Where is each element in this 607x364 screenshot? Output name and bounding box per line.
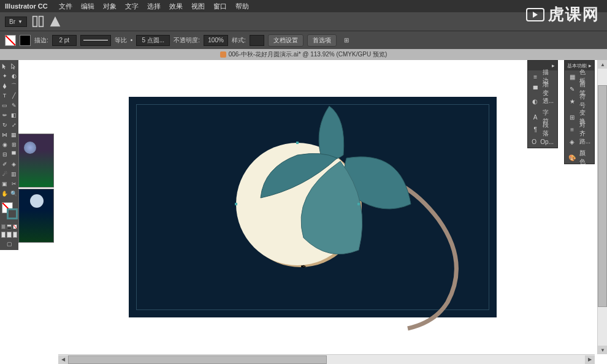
blend-tool[interactable]: ◈ — [9, 159, 18, 169]
menu-select[interactable]: 选择 — [147, 2, 161, 11]
stroke-label: 描边: — [34, 36, 48, 45]
app-bar: Br▼ — [0, 12, 607, 31]
menu-view[interactable]: 视图 — [191, 2, 205, 11]
opacity-input[interactable]: 100% — [204, 35, 228, 46]
rotate-tool[interactable]: ↻ — [0, 120, 9, 130]
scroll-right-button[interactable]: ▶ — [585, 355, 595, 364]
menu-edit[interactable]: 编辑 — [81, 2, 94, 11]
color-mode-solid[interactable] — [1, 224, 6, 229]
stroke-profile-dropdown[interactable] — [80, 35, 111, 46]
work-area: ✦◐ ⌒ T╱ ▭✎ ✏◧ ↻⤢ ⋈▦ ◉⊞ ⊟▀ ✐◈ ☄▥ ▣✂ ✋🔍 ▢ — [0, 60, 607, 364]
lasso-tool[interactable]: ◐ — [9, 71, 18, 81]
align-icon[interactable]: ⊞ — [340, 34, 353, 47]
fill-stroke-control[interactable] — [0, 201, 18, 223]
draw-inside[interactable] — [13, 232, 17, 238]
stroke-swatch[interactable] — [20, 35, 31, 46]
perspective-tool[interactable]: ⊞ — [9, 140, 18, 150]
character-panel-icon: A — [532, 113, 539, 121]
stroke-color-icon[interactable] — [7, 208, 18, 219]
bridge-dropdown[interactable]: Br▼ — [5, 17, 27, 27]
panel-align[interactable]: ≡对齐 — [565, 123, 594, 135]
document-tab[interactable]: 006-中秋-花好月圆演示.ai* @ 113.92% (CMYK/GPU 预览… — [220, 50, 387, 59]
scroll-down-button[interactable]: ▼ — [598, 346, 607, 354]
options-bar: 描边: 2 pt 等比 • 5 点圆... 不透明度: 100% 样式: 文档设… — [0, 31, 607, 49]
scroll-up-button[interactable]: ▲ — [598, 60, 607, 69]
color-panel-icon: ▦ — [568, 72, 576, 81]
style-dropdown[interactable] — [250, 35, 264, 46]
artwork — [58, 60, 592, 352]
rectangle-tool[interactable]: ▭ — [0, 100, 9, 110]
watermark: 虎课网 — [526, 4, 600, 25]
paintbrush-tool[interactable]: ✎ — [9, 100, 18, 110]
eraser-tool[interactable]: ◧ — [9, 110, 18, 120]
arrange-docs-icon[interactable] — [32, 15, 44, 28]
panel-swatches[interactable]: 🎨颜色 — [565, 151, 594, 164]
pen-cursor-icon: ✒ — [300, 262, 307, 271]
type-tool[interactable]: T — [0, 91, 9, 100]
opacity-label: 不透明度: — [174, 36, 200, 45]
fill-swatch[interactable] — [5, 35, 16, 46]
draw-behind[interactable] — [7, 232, 11, 238]
draw-mode-buttons — [0, 230, 18, 239]
document-title: 006-中秋-花好月圆演示.ai* @ 113.92% (CMYK/GPU 预览… — [229, 50, 387, 59]
watermark-text: 虎课网 — [548, 4, 600, 25]
magic-wand-tool[interactable]: ✦ — [0, 71, 9, 81]
thumbnail-2[interactable] — [18, 189, 54, 243]
pen-tool[interactable] — [0, 81, 9, 91]
document-setup-button[interactable]: 文档设置 — [268, 34, 304, 47]
stroke-weight-input[interactable]: 2 pt — [52, 35, 77, 46]
width-tool[interactable]: ⋈ — [0, 130, 9, 140]
line-tool[interactable]: ╱ — [9, 91, 18, 100]
color-mode-gradient[interactable] — [7, 224, 11, 229]
symbol-sprayer-tool[interactable]: ☄ — [0, 169, 9, 179]
preferences-button[interactable]: 首选项 — [307, 34, 337, 47]
shape-builder-tool[interactable]: ◉ — [0, 140, 9, 150]
panel-paragraph[interactable]: ¶段落 — [528, 123, 557, 135]
anchor-point — [235, 203, 237, 205]
panel-gradient[interactable]: ▀渐变 — [528, 83, 557, 95]
brush-dropdown[interactable]: 5 点圆... — [136, 35, 170, 46]
panel-symbols[interactable]: ★符号 — [565, 95, 594, 107]
menu-type[interactable]: 文字 — [125, 2, 139, 11]
menu-window[interactable]: 窗口 — [213, 2, 227, 11]
thumbnail-1[interactable] — [18, 134, 54, 188]
panel-transparency[interactable]: ◐透... — [528, 95, 557, 107]
scroll-thumb-h[interactable] — [68, 355, 327, 364]
color-mode-buttons — [0, 223, 18, 230]
svg-rect-0 — [33, 17, 37, 27]
menu-help[interactable]: 帮助 — [235, 2, 249, 11]
panel-pathfinder[interactable]: ◈路... — [565, 135, 594, 148]
screen-mode-button[interactable]: ▢ — [0, 239, 18, 249]
eyedropper-tool[interactable]: ✐ — [0, 159, 9, 169]
leaf-top — [319, 106, 344, 160]
selection-tool[interactable] — [0, 61, 9, 71]
zoom-tool[interactable]: 🔍 — [9, 189, 18, 199]
graph-tool[interactable]: ▥ — [9, 169, 18, 179]
direct-selection-tool[interactable] — [9, 61, 18, 71]
color-mode-none[interactable] — [13, 224, 17, 229]
gradient-tool[interactable]: ▀ — [9, 150, 18, 159]
horizontal-scrollbar[interactable]: ◀ ▶ — [58, 354, 595, 364]
menu-file[interactable]: 文件 — [59, 2, 72, 11]
menu-effect[interactable]: 效果 — [169, 2, 183, 11]
scroll-thumb-v[interactable] — [598, 85, 607, 307]
panel-group-right: 基本功能▸ ▦色板 ✎画笔 ★符号 ⊞变换 ≡对齐 ◈路... 🎨颜色 — [564, 60, 595, 164]
artboard-tool[interactable]: ▣ — [0, 179, 9, 189]
menu-object[interactable]: 对象 — [103, 2, 116, 11]
scale-tool[interactable]: ⤢ — [9, 120, 18, 130]
canvas-viewport[interactable]: ✒ — [58, 60, 595, 352]
mesh-tool[interactable]: ⊟ — [0, 150, 9, 159]
shaper-tool[interactable]: ✏ — [0, 110, 9, 120]
slice-tool[interactable]: ✂ — [9, 179, 18, 189]
swatches-panel-icon: 🎨 — [568, 153, 576, 162]
draw-normal[interactable] — [1, 232, 6, 238]
hand-tool[interactable]: ✋ — [0, 189, 9, 199]
free-transform-tool[interactable]: ▦ — [9, 130, 18, 140]
artboard-thumbnails — [18, 134, 55, 244]
curvature-tool[interactable]: ⌒ — [9, 81, 18, 91]
gpu-icon[interactable] — [49, 15, 61, 28]
stroke-panel-icon: ≡ — [532, 72, 539, 81]
vertical-scrollbar[interactable]: ▲ ▼ — [597, 60, 607, 354]
scroll-left-button[interactable]: ◀ — [58, 355, 68, 364]
svg-rect-1 — [39, 17, 44, 27]
